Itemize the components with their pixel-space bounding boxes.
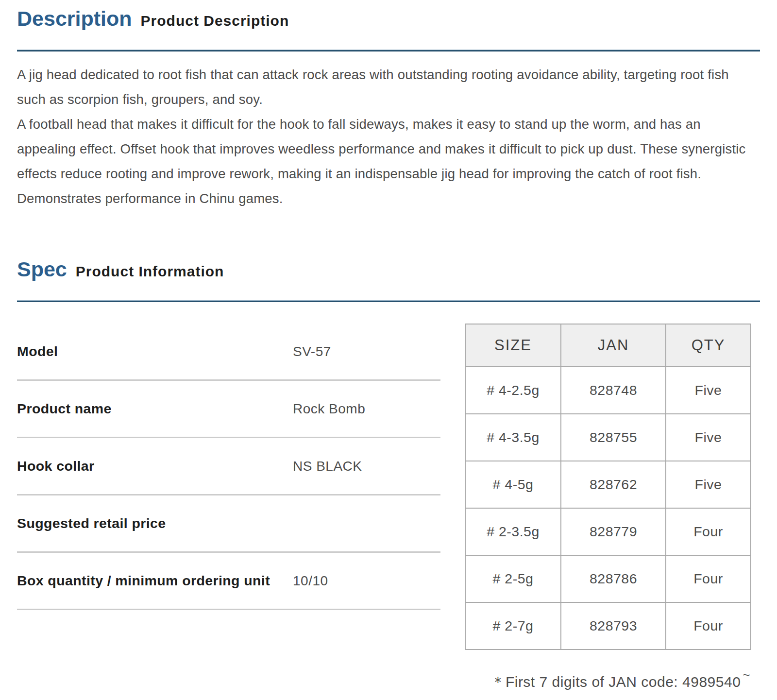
table-row: # 2-3.5g 828779 Four xyxy=(465,508,751,555)
spec-list: Model SV-57 Product name Rock Bomb Hook … xyxy=(17,324,440,610)
jan-table: SIZE JAN QTY # 4-2.5g 828748 Five # 4-3.… xyxy=(465,324,751,650)
spec-row-product-name: Product name Rock Bomb xyxy=(17,381,440,438)
column-header-size: SIZE xyxy=(465,324,561,367)
spec-row-hook-collar: Hook collar NS BLACK xyxy=(17,438,440,495)
spec-section-header: SpecProduct Information xyxy=(17,257,760,286)
jan-cell: 828748 xyxy=(561,367,666,414)
spec-content: Model SV-57 Product name Rock Bomb Hook … xyxy=(17,324,760,692)
table-row: # 4-2.5g 828748 Five xyxy=(465,367,751,414)
product-description-text: A jig head dedicated to root fish that c… xyxy=(17,62,751,211)
size-cell: # 4-2.5g xyxy=(465,367,561,414)
jan-cell: 828786 xyxy=(561,555,666,602)
qty-cell: Five xyxy=(666,461,751,508)
size-cell: # 4-3.5g xyxy=(465,414,561,461)
spec-value: Rock Bomb xyxy=(293,401,440,417)
jan-cell: 828779 xyxy=(561,508,666,555)
description-paragraph: A football head that makes it difficult … xyxy=(17,112,751,211)
size-cell: # 4-5g xyxy=(465,461,561,508)
jan-code-note: ＊First 7 digits of JAN code: 4989540~ xyxy=(465,667,750,692)
section-divider xyxy=(17,300,760,302)
size-cell: # 2-3.5g xyxy=(465,508,561,555)
description-section: DescriptionProduct Description A jig hea… xyxy=(17,7,760,211)
spec-label: Suggested retail price xyxy=(17,515,293,531)
size-cell: # 2-7g xyxy=(465,602,561,649)
qty-cell: Four xyxy=(666,555,751,602)
jan-code-note-tilde: ~ xyxy=(743,667,750,683)
column-header-jan: JAN xyxy=(561,324,666,367)
size-cell: # 2-5g xyxy=(465,555,561,602)
qty-cell: Four xyxy=(666,602,751,649)
qty-cell: Four xyxy=(666,508,751,555)
table-row: # 2-5g 828786 Four xyxy=(465,555,751,602)
column-header-qty: QTY xyxy=(666,324,751,367)
table-row: # 4-5g 828762 Five xyxy=(465,461,751,508)
qty-cell: Five xyxy=(666,367,751,414)
spec-value: 10/10 xyxy=(293,573,440,589)
spec-value: SV-57 xyxy=(293,344,440,359)
jan-code-note-text: ＊First 7 digits of JAN code: 4989540 xyxy=(490,674,741,690)
jan-cell: 828762 xyxy=(561,461,666,508)
table-header-row: SIZE JAN QTY xyxy=(465,324,751,367)
spec-row-box-quantity: Box quantity / minimum ordering unit 10/… xyxy=(17,553,440,610)
spec-label: Model xyxy=(17,343,293,359)
section-subtitle: Product Information xyxy=(76,263,224,279)
jan-table-wrap: SIZE JAN QTY # 4-2.5g 828748 Five # 4-3.… xyxy=(465,324,750,692)
spec-label: Product name xyxy=(17,401,293,417)
spec-label: Hook collar xyxy=(17,458,293,474)
description-paragraph: A jig head dedicated to root fish that c… xyxy=(17,62,751,112)
spec-label: Box quantity / minimum ordering unit xyxy=(17,573,293,589)
section-title: Description xyxy=(17,7,132,30)
jan-cell: 828755 xyxy=(561,414,666,461)
table-row: # 2-7g 828793 Four xyxy=(465,602,751,649)
spec-value: NS BLACK xyxy=(293,459,440,474)
spec-section: SpecProduct Information Model SV-57 Prod… xyxy=(17,257,760,692)
spec-row-retail-price: Suggested retail price xyxy=(17,495,440,553)
table-row: # 4-3.5g 828755 Five xyxy=(465,414,751,461)
section-divider xyxy=(17,50,760,51)
product-page: DescriptionProduct Description A jig hea… xyxy=(0,0,777,700)
spec-row-model: Model SV-57 xyxy=(17,324,440,381)
description-section-header: DescriptionProduct Description xyxy=(17,7,760,35)
qty-cell: Five xyxy=(666,414,751,461)
section-title: Spec xyxy=(17,257,67,281)
section-subtitle: Product Description xyxy=(141,13,289,29)
jan-cell: 828793 xyxy=(561,602,666,649)
